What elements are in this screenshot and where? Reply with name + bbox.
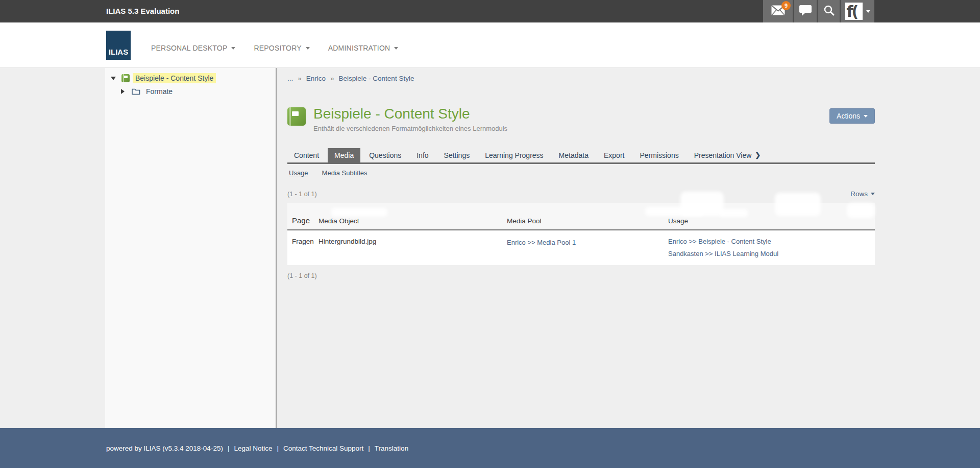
subtab-bar: Usage Media Subtitles xyxy=(287,169,875,177)
chevron-down-icon xyxy=(394,47,398,50)
actions-button[interactable]: Actions xyxy=(829,108,875,124)
tab-permissions[interactable]: Permissions xyxy=(633,148,685,162)
footer-link-contact-support[interactable]: Contact Technical Support xyxy=(283,444,363,452)
usage-link[interactable]: Sandkasten >> ILIAS Learning Modul xyxy=(668,250,875,258)
footer-separator: | xyxy=(277,444,279,452)
expand-caret-icon[interactable] xyxy=(121,89,129,94)
ilias-logo[interactable]: ILIAS xyxy=(106,31,131,60)
chevron-down-icon xyxy=(231,47,235,50)
breadcrumb-ellipsis[interactable]: ... xyxy=(287,75,293,82)
footer-separator: | xyxy=(368,444,370,452)
rows-label: Rows xyxy=(850,190,868,198)
tree-item-beispiele-content-style[interactable]: Beispiele - Content Style xyxy=(105,72,276,85)
cell-usage: Enrico >> Beispiele - Content Style Sand… xyxy=(668,238,875,258)
main-region: Beispiele - Content Style Formate ... » … xyxy=(0,68,980,428)
table-row: Fragen Hintergrundbild.jpg Enrico >> Med… xyxy=(287,230,875,265)
folder-icon xyxy=(132,88,140,95)
tab-bar: Content Media Questions Info Settings Le… xyxy=(287,148,875,164)
footer-link-legal-notice[interactable]: Legal Notice xyxy=(234,444,272,452)
cell-media-object: Hintergrundbild.jpg xyxy=(318,238,507,258)
footer: powered by ILIAS (v5.3.4 2018-04-25) | L… xyxy=(0,428,980,468)
user-menu-button[interactable]: f( xyxy=(840,0,874,22)
tree-item-formate[interactable]: Formate xyxy=(105,85,276,98)
column-header-usage[interactable]: Usage xyxy=(668,217,875,225)
menu-personal-desktop[interactable]: PERSONAL DESKTOP xyxy=(151,44,235,52)
menu-repository[interactable]: REPOSITORY xyxy=(254,44,309,52)
table-meta-row: (1 - 1 of 1) Rows xyxy=(287,190,875,198)
chevron-down-icon xyxy=(864,115,868,118)
menu-label: REPOSITORY xyxy=(254,44,301,52)
search-button[interactable] xyxy=(817,0,840,22)
tree-item-label[interactable]: Beispiele - Content Style xyxy=(133,73,216,83)
breadcrumb-current[interactable]: Beispiele - Content Style xyxy=(339,75,414,82)
table-header: Page Media Object Media Pool Usage xyxy=(287,203,875,230)
column-header-media-object[interactable]: Media Object xyxy=(318,217,507,225)
breadcrumb: ... » Enrico » Beispiele - Content Style xyxy=(287,68,875,82)
cell-page: Fragen xyxy=(287,238,318,258)
menu-label: ADMINISTRATION xyxy=(328,44,390,52)
result-count-bottom: (1 - 1 of 1) xyxy=(287,272,875,279)
tab-metadata[interactable]: Metadata xyxy=(552,148,595,162)
content-area: ... » Enrico » Beispiele - Content Style… xyxy=(277,68,980,428)
search-icon xyxy=(823,5,835,18)
page-title: Beispiele - Content Style xyxy=(313,106,507,122)
column-header-page[interactable]: Page xyxy=(287,216,318,225)
footer-link-translation[interactable]: Translation xyxy=(375,444,408,452)
collapse-caret-icon[interactable] xyxy=(111,77,119,80)
menu-administration[interactable]: ADMINISTRATION xyxy=(328,44,399,52)
tree-item-label[interactable]: Formate xyxy=(143,86,175,97)
tab-settings[interactable]: Settings xyxy=(437,148,477,162)
avatar: f( xyxy=(845,3,863,20)
learning-module-icon xyxy=(287,107,306,126)
top-bar: ILIAS 5.3 Evaluation 9 xyxy=(0,0,980,22)
page-header: Beispiele - Content Style Enthält die ve… xyxy=(287,106,875,132)
usage-link[interactable]: Enrico >> Beispiele - Content Style xyxy=(668,238,875,245)
breadcrumb-separator: » xyxy=(298,75,302,82)
arrow-right-icon: ❯ xyxy=(755,148,761,162)
page-subtitle: Enthält die verschiedenen Formatmöglichk… xyxy=(313,125,507,132)
tab-learning-progress[interactable]: Learning Progress xyxy=(478,148,550,162)
media-pool-link[interactable]: Enrico >> Media Pool 1 xyxy=(507,239,576,246)
column-header-media-pool[interactable]: Media Pool xyxy=(507,217,668,225)
tab-questions[interactable]: Questions xyxy=(362,148,408,162)
cell-media-pool: Enrico >> Media Pool 1 xyxy=(507,238,668,258)
mail-count-badge: 9 xyxy=(781,1,791,10)
tab-media[interactable]: Media xyxy=(328,148,360,162)
result-count-top: (1 - 1 of 1) xyxy=(287,191,317,198)
subtab-usage[interactable]: Usage xyxy=(289,169,308,177)
tab-info[interactable]: Info xyxy=(410,148,435,162)
tab-content[interactable]: Content xyxy=(287,148,326,162)
chevron-down-icon xyxy=(866,10,870,13)
mail-button[interactable]: 9 xyxy=(763,0,793,22)
left-gutter xyxy=(0,68,105,428)
learning-module-icon xyxy=(121,74,130,82)
main-menu: PERSONAL DESKTOP REPOSITORY ADMINISTRATI… xyxy=(151,44,398,52)
subtab-media-subtitles[interactable]: Media Subtitles xyxy=(322,169,368,177)
media-usage-table: Page Media Object Media Pool Usage Frage… xyxy=(287,203,875,265)
chat-icon xyxy=(799,5,812,18)
tab-presentation-view[interactable]: Presentation View ❯ xyxy=(688,148,768,162)
chevron-down-icon xyxy=(306,47,310,50)
main-nav-band: ILIAS PERSONAL DESKTOP REPOSITORY ADMINI… xyxy=(0,22,980,68)
rows-dropdown[interactable]: Rows xyxy=(850,190,875,198)
tab-label: Presentation View xyxy=(694,148,752,162)
repository-tree: Beispiele - Content Style Formate xyxy=(105,68,277,428)
installation-title: ILIAS 5.3 Evaluation xyxy=(106,7,179,15)
actions-label: Actions xyxy=(837,112,860,120)
chevron-down-icon xyxy=(871,193,875,195)
menu-label: PERSONAL DESKTOP xyxy=(151,44,227,52)
topbar-icon-group: 9 f( xyxy=(763,0,874,22)
powered-by-text: powered by ILIAS (v5.3.4 2018-04-25) xyxy=(106,444,223,452)
breadcrumb-separator: » xyxy=(330,75,334,82)
breadcrumb-enrico[interactable]: Enrico xyxy=(306,75,326,82)
footer-separator: | xyxy=(228,444,230,452)
chat-button[interactable] xyxy=(793,0,817,22)
tab-export[interactable]: Export xyxy=(597,148,631,162)
